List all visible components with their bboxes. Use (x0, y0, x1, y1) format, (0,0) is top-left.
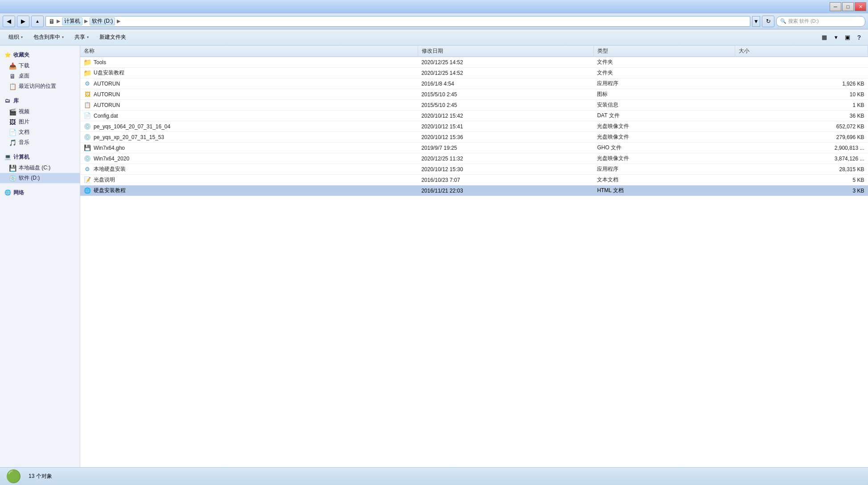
file-name: AUTORUN (94, 81, 120, 87)
refresh-button[interactable]: ↻ (762, 16, 774, 27)
file-type-cell: DAT 文件 (593, 111, 735, 121)
minimize-button[interactable]: ─ (830, 2, 841, 11)
address-dropdown[interactable]: ▼ (752, 16, 760, 27)
file-type-icon: 📄 (84, 112, 91, 119)
file-type-cell: 应用程序 (593, 164, 735, 175)
table-row[interactable]: ⚙ AUTORUN 2016/1/8 4:54 应用程序 1,926 KB (80, 78, 868, 89)
close-button[interactable]: ✕ (855, 2, 866, 11)
network-section: 🌐 网络 (0, 187, 80, 198)
sidebar-item-desktop[interactable]: 🖥 桌面 (0, 71, 80, 81)
computer-header[interactable]: 💻 计算机 (0, 151, 80, 163)
up-button[interactable]: ▲ (31, 16, 44, 27)
computer-icon: 🖥 (49, 18, 55, 25)
table-row[interactable]: 📝 光盘说明 2016/10/23 7:07 文本文档 5 KB (80, 175, 868, 185)
column-type[interactable]: 类型 (593, 45, 735, 57)
forward-button[interactable]: ▶ (17, 16, 29, 27)
share-button[interactable]: 共享 ▾ (70, 31, 94, 44)
include-label: 包含到库中 (33, 33, 60, 41)
file-modified-cell: 2020/12/25 14:52 (418, 57, 593, 68)
sidebar-item-drive-c[interactable]: 💾 本地磁盘 (C:) (0, 163, 80, 173)
file-name: AUTORUN (94, 91, 120, 98)
favorites-header[interactable]: ⭐ 收藏夹 (0, 49, 80, 61)
object-count: 13 个对象 (29, 473, 52, 480)
file-type-icon: 📝 (84, 177, 91, 184)
view-dropdown-button[interactable]: ▾ (831, 32, 841, 43)
table-row[interactable]: 💾 Win7x64.gho 2019/9/7 19:25 GHO 文件 2,90… (80, 143, 868, 153)
recent-label: 最近访问的位置 (19, 82, 56, 90)
favorites-label: 收藏夹 (13, 51, 29, 59)
file-name-cell: 💿 Win7x64_2020 (80, 153, 418, 164)
status-icon: 🟢 (5, 469, 21, 485)
file-type-icon: 💿 (84, 155, 91, 162)
file-name-cell: 🌐 硬盘安装教程 (80, 185, 418, 196)
file-size-cell: 3,874,126 ... (735, 153, 868, 164)
column-modified[interactable]: 修改日期 (418, 45, 593, 57)
path-separator-3: ▶ (117, 18, 120, 24)
table-row[interactable]: 💿 pe_yqs_xp_20_07_31_15_53 2020/10/12 15… (80, 132, 868, 143)
file-name-cell: 📝 光盘说明 (80, 175, 418, 185)
back-button[interactable]: ◀ (3, 16, 15, 27)
video-label: 视频 (19, 108, 29, 115)
table-row[interactable]: 📄 Config.dat 2020/10/12 15:42 DAT 文件 36 … (80, 111, 868, 121)
file-table-body: 📁 Tools 2020/12/25 14:52 文件夹 📁 U盘安装教程 20… (80, 57, 868, 196)
file-modified-cell: 2020/12/25 11:32 (418, 153, 593, 164)
table-row[interactable]: 💿 Win7x64_2020 2020/12/25 11:32 光盘映像文件 3… (80, 153, 868, 164)
include-library-button[interactable]: 包含到库中 ▾ (29, 31, 69, 44)
table-row[interactable]: 💿 pe_yqs_1064_20_07_31_16_04 2020/10/12 … (80, 121, 868, 132)
library-label: 库 (13, 97, 19, 105)
file-type-cell: GHO 文件 (593, 143, 735, 153)
file-name-cell: 📋 AUTORUN (80, 100, 418, 111)
preview-pane-button[interactable]: ▣ (842, 32, 853, 43)
library-section: 🗂 库 🎬 视频 🖼 图片 📄 文档 🎵 音乐 (0, 95, 80, 148)
table-row[interactable]: 📁 Tools 2020/12/25 14:52 文件夹 (80, 57, 868, 68)
music-icon: 🎵 (9, 139, 16, 146)
computer-icon-sidebar: 💻 (4, 153, 12, 161)
title-bar-buttons: ─ □ ✕ (830, 2, 866, 11)
view-mode-button[interactable]: ▦ (819, 32, 830, 43)
file-size-cell: 3 KB (735, 185, 868, 196)
sidebar-item-video[interactable]: 🎬 视频 (0, 107, 80, 117)
favorites-section: ⭐ 收藏夹 📥 下载 🖥 桌面 📋 最近访问的位置 (0, 49, 80, 91)
path-part-computer[interactable]: 计算机 (62, 17, 82, 25)
file-size-cell: 10 KB (735, 89, 868, 100)
search-box[interactable]: 🔍 搜索 软件 (D:) (776, 16, 865, 27)
new-folder-label: 新建文件夹 (99, 33, 126, 41)
file-modified-cell: 2015/5/10 2:45 (418, 89, 593, 100)
network-header[interactable]: 🌐 网络 (0, 187, 80, 198)
path-part-drive[interactable]: 软件 (D:) (90, 17, 115, 25)
table-row[interactable]: 📋 AUTORUN 2015/5/10 2:45 安装信息 1 KB (80, 100, 868, 111)
sidebar-item-music[interactable]: 🎵 音乐 (0, 137, 80, 148)
sidebar-item-documents[interactable]: 📄 文档 (0, 127, 80, 137)
help-button[interactable]: ? (854, 32, 864, 43)
file-name: pe_yqs_xp_20_07_31_15_53 (94, 134, 164, 140)
table-row[interactable]: 🌐 硬盘安装教程 2016/11/21 22:03 HTML 文档 3 KB (80, 185, 868, 196)
search-icon: 🔍 (780, 18, 786, 24)
sidebar-item-pictures[interactable]: 🖼 图片 (0, 117, 80, 127)
library-header[interactable]: 🗂 库 (0, 95, 80, 107)
file-type-cell: 图标 (593, 89, 735, 100)
music-label: 音乐 (19, 139, 29, 146)
sidebar-item-recent[interactable]: 📋 最近访问的位置 (0, 81, 80, 91)
file-type-cell: 文本文档 (593, 175, 735, 185)
table-row[interactable]: ⚙ 本地硬盘安装 2020/10/12 15:30 应用程序 28,315 KB (80, 164, 868, 175)
file-size-cell (735, 68, 868, 78)
organize-button[interactable]: 组织 ▾ (4, 31, 28, 44)
sidebar-item-download[interactable]: 📥 下载 (0, 61, 80, 71)
sidebar-item-drive-d[interactable]: 💿 软件 (D:) (0, 173, 80, 183)
main-layout: ⭐ 收藏夹 📥 下载 🖥 桌面 📋 最近访问的位置 🗂 库 (0, 45, 868, 467)
file-size-cell: 36 KB (735, 111, 868, 121)
file-modified-cell: 2019/9/7 19:25 (418, 143, 593, 153)
column-name[interactable]: 名称 (80, 45, 418, 57)
documents-icon: 📄 (9, 129, 16, 136)
file-type-icon: 📁 (84, 59, 91, 66)
new-folder-button[interactable]: 新建文件夹 (95, 31, 131, 44)
file-name-cell: 📁 U盘安装教程 (80, 68, 418, 78)
column-size[interactable]: 大小 (735, 45, 868, 57)
table-row[interactable]: 📁 U盘安装教程 2020/12/25 14:52 文件夹 (80, 68, 868, 78)
file-table: 名称 修改日期 类型 大小 📁 Tools 2020/12/25 14:52 文… (80, 45, 868, 196)
table-row[interactable]: 🖼 AUTORUN 2015/5/10 2:45 图标 10 KB (80, 89, 868, 100)
maximize-button[interactable]: □ (842, 2, 854, 11)
file-size-cell: 652,072 KB (735, 121, 868, 132)
file-modified-cell: 2016/1/8 4:54 (418, 78, 593, 89)
file-type-icon: 💿 (84, 123, 91, 130)
